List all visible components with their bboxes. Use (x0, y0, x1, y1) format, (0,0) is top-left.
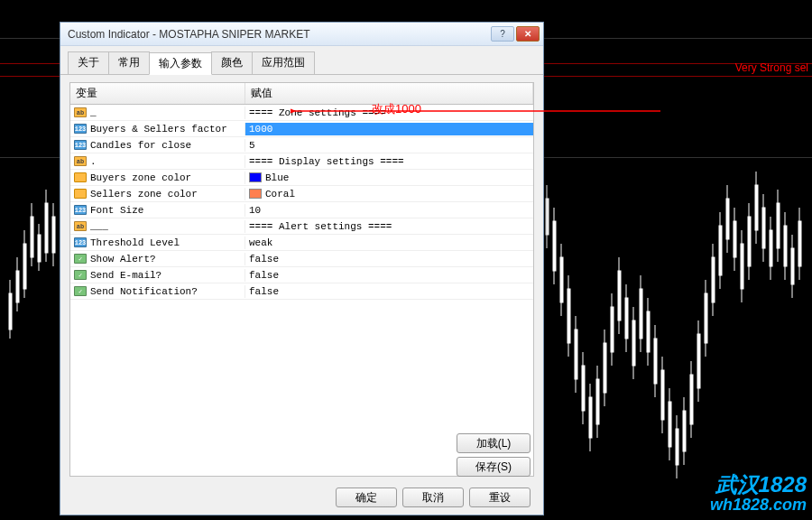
save-button[interactable]: 保存(S) (457, 457, 531, 477)
param-value[interactable]: 5 (245, 139, 533, 152)
close-button[interactable]: ✕ (516, 26, 540, 42)
param-name: Candles for close (90, 140, 191, 151)
tab-4[interactable]: 应用范围 (252, 51, 315, 74)
123-type-icon: 123 (74, 237, 87, 247)
param-row[interactable]: ab.==== Display settings ==== (70, 153, 533, 170)
param-name: . (90, 156, 97, 167)
param-name: Send E-mail? (90, 270, 161, 281)
cancel-button[interactable]: 取消 (402, 488, 464, 507)
param-row[interactable]: 123Candles for close5 (70, 137, 533, 153)
bool-type-icon: ✓ (74, 270, 87, 280)
param-value[interactable]: false (245, 269, 533, 282)
param-name: Show Alert? (90, 254, 156, 265)
param-value[interactable]: false (245, 253, 533, 265)
tab-2[interactable]: 输入参数 (149, 52, 212, 75)
tab-3[interactable]: 颜色 (211, 51, 253, 74)
ab-type-icon: ab (74, 156, 87, 166)
param-name: Send Notification? (90, 286, 198, 297)
param-name: Buyers & Sellers factor (90, 124, 227, 135)
param-row[interactable]: ab___==== Alert settings ==== (70, 218, 533, 235)
param-row[interactable]: ✓Send E-mail?false (70, 267, 533, 283)
param-name: Threshold Level (90, 237, 180, 248)
help-button[interactable]: ? (491, 26, 514, 42)
tab-1[interactable]: 常用 (108, 51, 150, 74)
watermark: 武汉1828 wh1828.com (710, 473, 807, 515)
param-name: Sellers zone color (90, 189, 198, 200)
load-button[interactable]: 加载(L) (457, 433, 531, 453)
column-header-variable[interactable]: 变量 (70, 83, 245, 104)
param-value[interactable]: weak (245, 237, 533, 249)
param-row[interactable]: ✓Show Alert?false (70, 251, 533, 267)
ok-button[interactable]: 确定 (336, 488, 397, 507)
param-name: _ (90, 107, 97, 118)
param-row[interactable]: 123Threshold Levelweak (70, 235, 533, 251)
dialog-title: Custom Indicator - MOSTAPHA SNIPER MARKE… (68, 28, 491, 41)
123-type-icon: 123 (74, 140, 87, 150)
watermark-line1: 武汉1828 (710, 473, 807, 497)
param-name: Font Size (90, 205, 143, 216)
bool-type-icon: ✓ (74, 286, 87, 296)
titlebar[interactable]: Custom Indicator - MOSTAPHA SNIPER MARKE… (60, 23, 543, 46)
param-value[interactable]: 10 (245, 204, 533, 217)
param-row[interactable]: Sellers zone colorCoral (70, 186, 533, 202)
param-row[interactable]: Buyers zone colorBlue (70, 170, 533, 186)
color-type-icon (74, 189, 87, 199)
param-name: ___ (90, 221, 108, 232)
indicator-dialog: Custom Indicator - MOSTAPHA SNIPER MARKE… (60, 22, 544, 515)
param-row[interactable]: ✓Send Notification?false (70, 283, 533, 300)
reset-button[interactable]: 重设 (469, 488, 531, 507)
123-type-icon: 123 (74, 205, 87, 215)
param-value[interactable]: false (245, 285, 533, 298)
color-swatch (249, 189, 262, 199)
bool-type-icon: ✓ (74, 254, 87, 264)
param-value[interactable]: 1000 (245, 123, 533, 135)
parameters-grid: 变量 赋值 ab_==== Zone settings ====123Buyer… (69, 82, 534, 477)
param-value[interactable]: Blue (245, 172, 533, 184)
color-swatch (249, 172, 262, 182)
ab-type-icon: ab (74, 221, 87, 231)
annotation-text: 改成1000 (372, 101, 421, 117)
param-value[interactable]: ==== Display settings ==== (245, 155, 533, 168)
param-row[interactable]: 123Buyers & Sellers factor1000 (70, 121, 533, 137)
tab-0[interactable]: 关于 (68, 51, 109, 74)
param-value[interactable]: ==== Alert settings ==== (245, 220, 533, 233)
123-type-icon: 123 (74, 124, 87, 134)
ab-type-icon: ab (74, 107, 87, 117)
param-value[interactable]: Coral (245, 188, 533, 200)
tab-strip: 关于常用输入参数颜色应用范围 (60, 46, 543, 75)
param-row[interactable]: ab_==== Zone settings ==== (70, 105, 533, 121)
watermark-line2: wh1828.com (710, 497, 807, 515)
param-name: Buyers zone color (90, 172, 191, 183)
color-type-icon (74, 172, 87, 182)
param-row[interactable]: 123Font Size10 (70, 202, 533, 218)
